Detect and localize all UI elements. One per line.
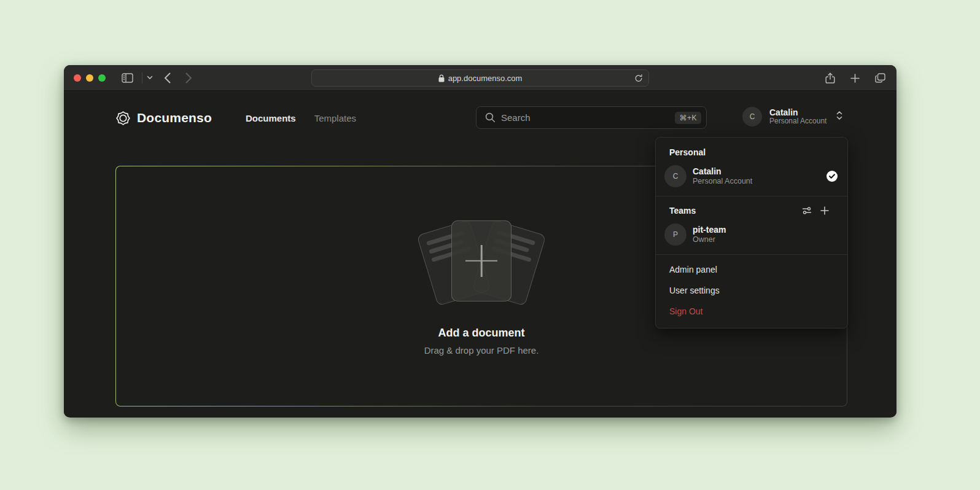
documenso-logo-icon — [115, 111, 131, 126]
back-button-icon[interactable] — [164, 72, 171, 84]
sidebar-toggle-icon[interactable] — [122, 73, 133, 83]
account-menu-button[interactable]: C Catalin Personal Account — [742, 107, 842, 126]
sidebar-chevron-down-icon[interactable] — [147, 76, 153, 80]
menu-separator — [656, 254, 847, 255]
account-subtitle: Personal Account — [769, 117, 826, 126]
document-card-center — [451, 220, 511, 301]
search-input[interactable] — [501, 112, 669, 123]
team-avatar: P — [664, 224, 686, 246]
address-bar[interactable]: app.documenso.com — [311, 69, 649, 87]
search-shortcut-badge: ⌘+K — [675, 112, 701, 124]
menu-item-sign-out[interactable]: Sign Out — [656, 301, 847, 322]
menu-separator — [656, 196, 847, 196]
nav-templates[interactable]: Templates — [314, 113, 356, 123]
tab-overview-icon[interactable] — [875, 73, 885, 83]
create-team-icon[interactable] — [820, 206, 829, 215]
document-cards-illustration — [414, 217, 549, 311]
new-tab-icon[interactable] — [850, 74, 860, 83]
browser-window: app.documenso.com — [64, 65, 896, 418]
forward-button-icon[interactable] — [185, 72, 192, 84]
traffic-lights — [74, 74, 106, 82]
url-text: app.documenso.com — [448, 74, 523, 83]
account-name: Catalin — [693, 166, 820, 177]
documenso-app: Documenso Documents Templates ⌘+K C Cata… — [64, 91, 896, 417]
dropzone-title: Add a document — [438, 327, 524, 340]
main-nav: Documents Templates — [246, 107, 356, 129]
dropzone-subtitle: Drag & drop your PDF here. — [424, 345, 539, 356]
minimize-window-button[interactable] — [86, 74, 93, 82]
search-icon — [485, 112, 496, 123]
browser-toolbar: app.documenso.com — [64, 65, 896, 91]
brand[interactable]: Documenso — [115, 107, 212, 129]
team-role: Owner — [693, 235, 838, 244]
avatar: C — [742, 107, 762, 126]
team-name: pit-team — [693, 225, 838, 235]
toolbar-divider — [142, 72, 142, 84]
close-window-button[interactable] — [74, 74, 81, 82]
share-icon[interactable] — [825, 72, 835, 84]
chevron-up-down-icon — [836, 111, 842, 123]
selected-check-icon — [826, 171, 838, 182]
personal-section-label: Personal — [656, 142, 847, 161]
menu-item-admin-panel[interactable]: Admin panel — [656, 259, 847, 280]
team-item[interactable]: P pit-team Owner — [656, 219, 847, 250]
lock-icon — [438, 74, 445, 82]
menu-item-user-settings[interactable]: User settings — [656, 280, 847, 301]
personal-account-item[interactable]: C Catalin Personal Account — [656, 161, 847, 192]
search-bar[interactable]: ⌘+K — [476, 106, 707, 129]
manage-teams-icon[interactable] — [802, 206, 812, 216]
account-subtitle: Personal Account — [693, 177, 820, 186]
avatar: C — [664, 165, 686, 187]
account-name: Catalin — [769, 107, 826, 117]
reload-icon[interactable] — [634, 74, 643, 85]
zoom-window-button[interactable] — [98, 74, 106, 82]
account-dropdown-menu: Personal C Catalin Personal Account Team… — [655, 137, 848, 329]
plus-icon — [465, 245, 497, 277]
brand-title: Documenso — [137, 111, 212, 125]
teams-section-label: Teams — [656, 201, 847, 219]
nav-documents[interactable]: Documents — [246, 113, 296, 123]
